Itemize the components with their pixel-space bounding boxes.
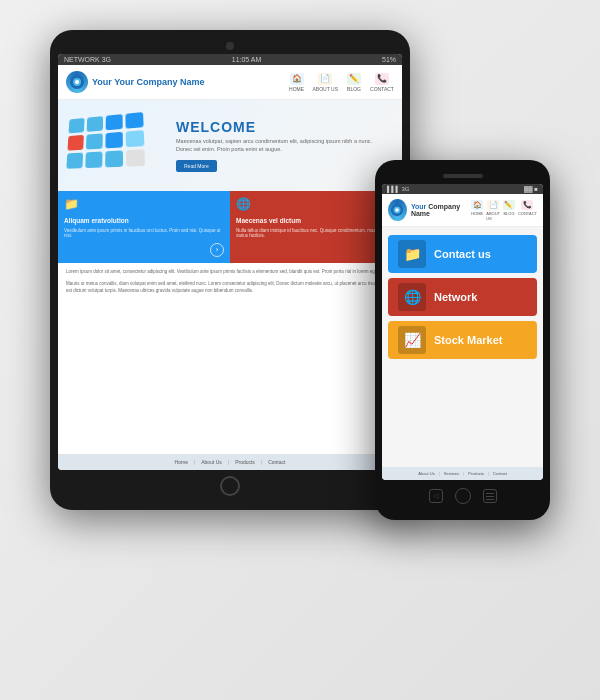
phone-header: Your Company Name 🏠 HOME 📄 ABOUT US ✏️ B… [382, 194, 543, 227]
card-blue-arrow[interactable]: › [210, 243, 224, 257]
phone-footer-products[interactable]: Products [468, 471, 484, 476]
phone-footer-about[interactable]: About Us [418, 471, 434, 476]
tablet-camera [226, 42, 234, 50]
tablet-nav-blog[interactable]: ✏️ BLOG [342, 73, 366, 92]
footer-link-products[interactable]: Products [235, 459, 255, 465]
network-globe-icon: 🌐 [398, 283, 426, 311]
phone-screen: ▌▌▌ 3G ▓▓ ■ Your Company Name 🏠 [382, 184, 543, 480]
svg-point-2 [75, 80, 79, 84]
tablet-nav-about[interactable]: 📄 ABOUT US [313, 73, 338, 92]
tablet-device: NETWORK 3G 11:05 AM 51% Your Your Compan… [50, 30, 410, 510]
about-icon: 📄 [318, 73, 332, 85]
phone-menu: 📁 Contact us 🌐 Network 📈 Stock Market [382, 227, 543, 467]
phone-signal: ▌▌▌ 3G [387, 186, 409, 192]
phone-home-button[interactable] [455, 488, 471, 504]
tablet-status-bar: NETWORK 3G 11:05 AM 51% [58, 54, 402, 65]
menu-item-stock-label: Stock Market [434, 334, 502, 346]
tablet-battery: 51% [382, 56, 396, 63]
footer-link-about[interactable]: About Us [201, 459, 222, 465]
phone-nav-home[interactable]: 🏠 HOME [471, 200, 483, 221]
menu-item-network-label: Network [434, 291, 477, 303]
blog-icon: ✏️ [347, 73, 361, 85]
read-more-button[interactable]: Read More [176, 160, 217, 172]
phone-logo: Your Company Name [388, 199, 471, 221]
phone-nav: 🏠 HOME 📄 ABOUT US ✏️ BLOG 📞 CONTACT [471, 200, 537, 221]
hero-welcome: WELCOME [176, 119, 386, 135]
menu-item-contact[interactable]: 📁 Contact us [388, 235, 537, 273]
phone-nav-contact[interactable]: 📞 CONTACT [518, 200, 537, 221]
phone-menu-button[interactable] [483, 489, 497, 503]
tablet-text-content: Lorem ipsum dolor sit amet, consectetur … [58, 263, 402, 454]
phone-status-bar: ▌▌▌ 3G ▓▓ ■ [382, 184, 543, 194]
tablet-screen: NETWORK 3G 11:05 AM 51% Your Your Compan… [58, 54, 402, 470]
text-block-2: Mauris ut metus convallis, diam volutpat… [66, 281, 394, 295]
logo-icon [66, 71, 88, 93]
tablet-cards: 📁 Aliquam eratvolution Vestibulum ante i… [58, 191, 402, 263]
footer-link-contact[interactable]: Contact [268, 459, 285, 465]
hero-image [58, 108, 168, 183]
tablet-home-button[interactable] [220, 476, 240, 496]
card-blue-desc: Vestibulum ante ipsum primis in faucibus… [64, 228, 224, 240]
card-red-desc: Nulla tellus diam tristique id faucibus … [236, 228, 396, 240]
phone-footer: About Us | Services | Products | Contact [382, 467, 543, 480]
card-aliquam: 📁 Aliquam eratvolution Vestibulum ante i… [58, 191, 230, 263]
contact-folder-icon: 📁 [398, 240, 426, 268]
stock-chart-icon: 📈 [398, 326, 426, 354]
phone-footer-contact[interactable]: Contact [493, 471, 507, 476]
phone-logo-text: Your Company Name [411, 203, 471, 217]
card-globe-icon: 🌐 [236, 197, 396, 211]
phone-footer-services[interactable]: Services [444, 471, 459, 476]
tablet-hero: WELCOME Maecenas volutpat, sapien arcu c… [58, 100, 402, 191]
hero-description: Maecenas volutpat, sapien arcu condiment… [176, 138, 386, 153]
phone-menu-lines [483, 490, 497, 503]
phone-speaker [443, 174, 483, 178]
tablet-time: 11:05 AM [232, 56, 262, 63]
contact-icon: 📞 [375, 73, 389, 85]
phone-back-button[interactable]: ◁ [429, 489, 443, 503]
phone-contact-icon: 📞 [521, 200, 533, 210]
tablet-logo: Your Your Company Name [66, 71, 205, 93]
phone-logo-icon [388, 199, 407, 221]
tablet-signal: NETWORK 3G [64, 56, 111, 63]
menu-item-stock[interactable]: 📈 Stock Market [388, 321, 537, 359]
card-folder-icon: 📁 [64, 197, 224, 211]
tablet-nav-home[interactable]: 🏠 HOME [285, 73, 309, 92]
tablet-nav-contact[interactable]: 📞 CONTACT [370, 73, 394, 92]
hero-text: WELCOME Maecenas volutpat, sapien arcu c… [168, 119, 394, 171]
card-blue-title: Aliquam eratvolution [64, 217, 224, 224]
phone-blog-icon: ✏️ [503, 200, 515, 210]
phone-device: ▌▌▌ 3G ▓▓ ■ Your Company Name 🏠 [375, 160, 550, 520]
menu-item-contact-label: Contact us [434, 248, 491, 260]
phone-nav-blog[interactable]: ✏️ BLOG [503, 200, 515, 221]
tablet-logo-text: Your Your Company Name [92, 77, 205, 87]
phone-about-icon: 📄 [487, 200, 499, 210]
tablet-header: Your Your Company Name 🏠 HOME 📄 ABOUT US… [58, 65, 402, 100]
phone-battery: ▓▓ ■ [524, 186, 538, 192]
phone-home-icon: 🏠 [471, 200, 483, 210]
home-icon: 🏠 [290, 73, 304, 85]
card-red-title: Maecenas vel dictum [236, 217, 396, 224]
menu-item-network[interactable]: 🌐 Network [388, 278, 537, 316]
svg-point-5 [396, 208, 400, 212]
footer-link-home[interactable]: Home [175, 459, 188, 465]
cube-grid [66, 109, 172, 168]
tablet-nav: 🏠 HOME 📄 ABOUT US ✏️ BLOG 📞 CONTACT [285, 73, 394, 92]
phone-bottom-bar: ◁ [429, 488, 497, 504]
phone-nav-about[interactable]: 📄 ABOUT US [486, 200, 500, 221]
text-block-1: Lorem ipsum dolor sit amet, consectetur … [66, 269, 394, 276]
tablet-footer: Home | About Us | Products | Contact [58, 454, 402, 470]
